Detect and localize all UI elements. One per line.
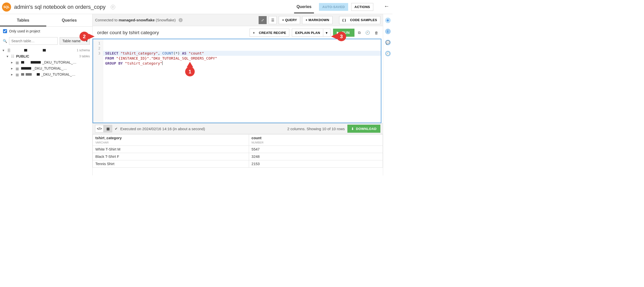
table-name-suffix: _DKU_TUTORIAL_… [41, 72, 75, 76]
database-icon: 🗄 [7, 49, 11, 52]
query-title[interactable]: order count by tshirt category [97, 30, 159, 35]
table-icon: ▦ [16, 73, 20, 76]
annotation-2: 2 [79, 32, 89, 41]
top-tab-queries[interactable]: Queries [294, 1, 314, 13]
rail-chat-icon[interactable]: 💬 [385, 40, 391, 45]
redacted-block [37, 73, 40, 76]
left-sidebar: Tables Queries Only used in project 🔍 Ta… [0, 14, 93, 175]
execution-status: Executed on 2024/02/16 14:16 (in about a… [120, 127, 205, 131]
history-icon[interactable]: 🕘 [364, 30, 371, 35]
redacted-block [21, 61, 24, 64]
copy-icon[interactable]: ⧉ [357, 30, 362, 35]
cell: Black T-Shirt F [93, 153, 249, 160]
results-bar: </> ▦ ✔ Executed on 2024/02/16 14:16 (in… [93, 123, 383, 134]
caret-right-icon: ▸ [11, 60, 14, 64]
caret-right-icon: ▸ [11, 72, 14, 76]
rail-add-icon[interactable]: + [385, 18, 391, 23]
tree-table-row[interactable]: ▸ ▦ _DKU_TUTORIAL_… [1, 59, 92, 65]
annotation-1: 1 [185, 67, 195, 76]
success-icon: ✔ [115, 127, 118, 131]
table-name-suffix: _DKU_TUTORIAL_… [33, 66, 67, 70]
info-icon[interactable]: i [179, 18, 183, 22]
results-code-view-icon[interactable]: </> [95, 125, 104, 132]
actions-button[interactable]: ACTIONS [351, 3, 373, 11]
auto-saved-badge: AUTO-SAVED [319, 3, 348, 11]
cell: Tennis Shirt [93, 160, 249, 168]
topbar: SQL admin's sql notebook on orders_copy … [0, 0, 392, 14]
create-recipe-button[interactable]: + CREATE RECIPE [250, 29, 289, 37]
col-header[interactable]: tshirt_category VARCHAR [93, 134, 249, 146]
schema-count: 1 schema [77, 49, 90, 52]
left-tabs: Tables Queries [0, 14, 92, 27]
only-used-label: Only used in project [9, 29, 40, 33]
back-arrow-icon[interactable]: ← [384, 3, 389, 11]
rail-history-icon[interactable]: 🕘 [385, 51, 391, 56]
only-used-row: Only used in project [0, 27, 92, 36]
col-header[interactable]: count NUMBER [249, 134, 383, 146]
tree-schema-row[interactable]: ▾ ☷ PUBLIC 3 tables [1, 53, 92, 59]
redacted-block [21, 73, 24, 76]
only-used-checkbox[interactable] [3, 29, 7, 33]
table-count: 3 tables [79, 55, 90, 58]
rail-info-icon[interactable]: i [385, 29, 391, 34]
list-view-icon[interactable]: ☰ [269, 16, 277, 24]
results-table: tshirt_category VARCHAR count NUMBER Whi… [93, 134, 383, 168]
text-cursor [162, 61, 163, 65]
code-samples-button[interactable]: { } CODE SAMPLES [339, 16, 380, 24]
tree-table-row[interactable]: ▸ ▦ _DKU_TUTORIAL_… [1, 65, 92, 71]
schema-icon: ☷ [11, 54, 15, 58]
sql-editor[interactable]: 1 2 3 SELECT "tshirt_category", COUNT(*)… [93, 39, 381, 123]
cell: 5547 [249, 146, 383, 153]
download-icon: ⬇ [351, 127, 354, 131]
table-row: Tennis Shirt 2153 [93, 160, 383, 168]
editor-gutter: 1 2 3 [93, 39, 103, 123]
add-markdown-button[interactable]: + MARKDOWN [302, 16, 332, 24]
table-search-input[interactable] [9, 37, 58, 45]
delete-icon[interactable]: 🗑 [374, 31, 379, 35]
connection-text: Connected to managed-snowflake (Snowflak… [95, 18, 176, 22]
table-tree: ▾ 🗄 1 schema ▾ ☷ PUBLIC 3 tables ▸ ▦ [0, 46, 92, 77]
explain-plan-dropdown[interactable]: ▾ [323, 29, 330, 37]
results-summary: 2 columns. Showing 10 of 10 rows [287, 127, 345, 131]
expand-icon[interactable]: ⤢ [259, 16, 267, 24]
tree-db-row[interactable]: ▾ 🗄 1 schema [1, 47, 92, 53]
redacted-block [43, 49, 46, 52]
cell: 3248 [249, 153, 383, 160]
left-tab-queries[interactable]: Queries [46, 14, 93, 26]
braces-icon: { } [342, 18, 346, 22]
right-rail: + i 💬 🕘 [383, 14, 392, 175]
line-number: 3 [93, 51, 103, 56]
table-icon: ▦ [16, 67, 20, 70]
editor-code[interactable]: SELECT "tshirt_category", COUNT(*) AS "c… [103, 39, 381, 123]
plus-icon: + [253, 31, 255, 35]
redacted-block [21, 67, 31, 70]
table-icon: ▦ [16, 61, 20, 64]
app-logo[interactable]: SQL [2, 3, 11, 12]
line-number: 1 [93, 41, 103, 46]
explain-plan-split: EXPLAIN PLAN ▾ [292, 29, 330, 37]
tree-table-row[interactable]: ▸ ▦ _DKU_TUTORIAL_… [1, 71, 92, 77]
add-query-button[interactable]: + QUERY [279, 16, 300, 24]
caret-down-icon: ▾ [7, 54, 10, 58]
table-row: Black T-Shirt F 3248 [93, 153, 383, 160]
download-button[interactable]: ⬇DOWNLOAD [347, 125, 381, 133]
table-header-row: tshirt_category VARCHAR count NUMBER [93, 134, 383, 146]
table-name-suffix: _DKU_TUTORIAL_… [42, 60, 76, 64]
left-tab-tables[interactable]: Tables [0, 14, 46, 26]
redacted-block [31, 61, 41, 64]
annotation-3: 3 [337, 32, 346, 41]
sync-disabled-icon: ⊘ [111, 5, 115, 9]
search-icon: 🔍 [3, 39, 7, 43]
notebook-title: admin's sql notebook on orders_copy [14, 4, 106, 10]
connection-bar: Connected to managed-snowflake (Snowflak… [93, 14, 383, 26]
results-view-toggle: </> ▦ [95, 125, 112, 132]
cell: 2153 [249, 160, 383, 168]
caret-right-icon: ▸ [11, 66, 14, 70]
search-row: 🔍 Table name [0, 36, 92, 46]
redacted-block [26, 73, 32, 76]
caret-down-icon: ▾ [3, 48, 6, 52]
table-row: White T-Shirt M 5547 [93, 146, 383, 153]
explain-plan-button[interactable]: EXPLAIN PLAN [292, 29, 323, 37]
schema-name: PUBLIC [16, 54, 29, 58]
results-table-view-icon[interactable]: ▦ [104, 125, 112, 132]
